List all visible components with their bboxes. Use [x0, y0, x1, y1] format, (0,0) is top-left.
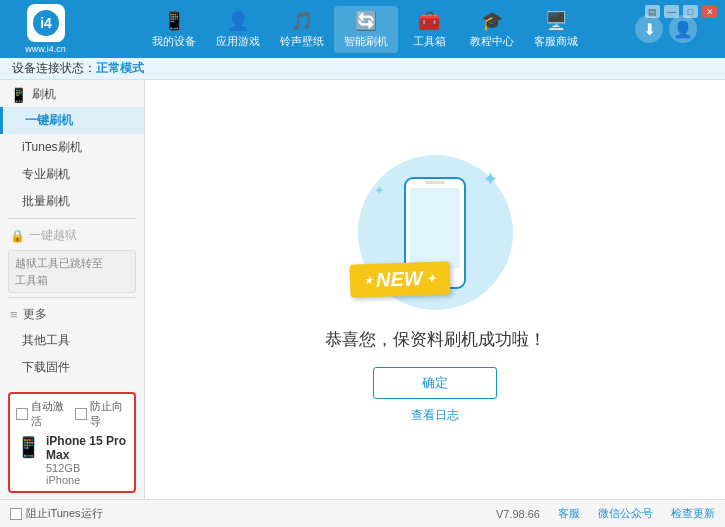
sidebar-section-flash: 📱 刷机 [0, 80, 144, 107]
smart-flash-label: 智能刷机 [344, 34, 388, 49]
tutorial-icon: 🎓 [481, 10, 503, 32]
nav-service[interactable]: 🖥️ 客服商城 [524, 6, 588, 53]
sidebar: 📱 刷机 一键刷机 iTunes刷机 专业刷机 批量刷机 🔒 一键越狱 越狱工具… [0, 80, 145, 499]
more-section-label: 更多 [23, 306, 47, 323]
device-type: iPhone [46, 474, 128, 486]
svg-rect-3 [410, 188, 460, 268]
nav-my-device[interactable]: 📱 我的设备 [142, 6, 206, 53]
device-bottom-panel: 自动激活 防止向导 📱 iPhone 15 Pro Max 512GB iPho… [0, 386, 144, 499]
topbar-right-buttons: ⬇ 👤 [635, 15, 697, 43]
my-device-label: 我的设备 [152, 34, 196, 49]
star-right-icon: ✦ [425, 271, 435, 285]
smart-flash-icon: 🔄 [355, 10, 377, 32]
device-auto-row: 自动激活 防止向导 [16, 399, 128, 429]
check-update-link[interactable]: 检查更新 [671, 506, 715, 521]
jailbreak-section-label: 一键越狱 [29, 227, 77, 244]
star-left-icon: ★ [363, 275, 372, 286]
sparkle-left-icon: ✦ [374, 183, 385, 198]
nav-toolbox[interactable]: 🧰 工具箱 [398, 6, 460, 53]
device-phone-icon: 📱 [16, 435, 41, 459]
wifi-icon: ▤ [645, 5, 660, 18]
device-info: 📱 iPhone 15 Pro Max 512GB iPhone [16, 434, 128, 486]
confirm-button[interactable]: 确定 [373, 367, 497, 399]
auto-activate-label[interactable]: 自动激活 [16, 399, 69, 429]
wechat-link[interactable]: 微信公众号 [598, 506, 653, 521]
nav-tutorial[interactable]: 🎓 教程中心 [460, 6, 524, 53]
toolbox-icon: 🧰 [418, 10, 440, 32]
app-game-icon: 👤 [227, 10, 249, 32]
version-label: V7.98.66 [496, 508, 540, 520]
window-controls: ▤ — □ ✕ [645, 5, 717, 18]
bottom-right: V7.98.66 客服 微信公众号 检查更新 [496, 506, 715, 521]
itunes-label: 阻止iTunes运行 [26, 506, 103, 521]
support-link[interactable]: 客服 [558, 506, 580, 521]
download-button[interactable]: ⬇ [635, 15, 663, 43]
service-label: 客服商城 [534, 34, 578, 49]
success-illustration: ✦ ✦ ★ NEW ✦ [358, 155, 513, 310]
sidebar-item-itunes-flash[interactable]: iTunes刷机 [0, 134, 144, 161]
success-message: 恭喜您，保资料刷机成功啦！ [325, 328, 546, 351]
device-storage: 512GB [46, 462, 128, 474]
main-layout: 📱 刷机 一键刷机 iTunes刷机 专业刷机 批量刷机 🔒 一键越狱 越狱工具… [0, 80, 725, 499]
itunes-check-label[interactable]: 阻止iTunes运行 [10, 506, 103, 521]
bottombar: 阻止iTunes运行 V7.98.66 客服 微信公众号 检查更新 [0, 499, 725, 527]
itunes-checkbox[interactable] [10, 508, 22, 520]
sparkle-top-icon: ✦ [482, 167, 499, 191]
toolbox-label: 工具箱 [413, 34, 446, 49]
svg-rect-5 [425, 181, 445, 184]
minimize-button[interactable]: — [664, 5, 679, 18]
logo-text: www.i4.cn [25, 44, 66, 54]
statusbar-prefix: 设备连接状态： [12, 60, 96, 77]
sidebar-scroll: 📱 刷机 一键刷机 iTunes刷机 专业刷机 批量刷机 🔒 一键越狱 越狱工具… [0, 80, 144, 386]
content-area: ✦ ✦ ★ NEW ✦ 恭喜您，保资料刷机成功啦！ 确定 [145, 80, 725, 499]
sidebar-section-more: ≡ 更多 [0, 301, 144, 327]
timing-guide-label[interactable]: 防止向导 [75, 399, 128, 429]
timing-guide-checkbox[interactable] [75, 408, 87, 420]
maximize-button[interactable]: □ [683, 5, 698, 18]
sidebar-item-pro-flash[interactable]: 专业刷机 [0, 161, 144, 188]
device-name: iPhone 15 Pro Max [46, 434, 128, 462]
jailbreak-note: 越狱工具已跳转至工具箱 [8, 250, 136, 293]
nav-app-game[interactable]: 👤 应用游戏 [206, 6, 270, 53]
flash-section-icon: 📱 [10, 87, 27, 103]
app-game-label: 应用游戏 [216, 34, 260, 49]
divider-1 [8, 218, 136, 219]
sidebar-item-batch-flash[interactable]: 批量刷机 [0, 188, 144, 215]
service-icon: 🖥️ [545, 10, 567, 32]
sidebar-item-other-tools[interactable]: 其他工具 [0, 327, 144, 354]
nav-smart-flash[interactable]: 🔄 智能刷机 [334, 6, 398, 53]
logo-icon: i4 [27, 4, 65, 42]
device-details: iPhone 15 Pro Max 512GB iPhone [46, 434, 128, 486]
nav-ringtone[interactable]: 🎵 铃声壁纸 [270, 6, 334, 53]
lock-icon: 🔒 [10, 229, 25, 243]
statusbar: 设备连接状态： 正常模式 [0, 58, 725, 80]
tutorial-label: 教程中心 [470, 34, 514, 49]
flash-section-label: 刷机 [32, 86, 56, 103]
svg-text:i4: i4 [40, 15, 52, 31]
close-button[interactable]: ✕ [702, 5, 717, 18]
divider-2 [8, 297, 136, 298]
my-device-icon: 📱 [163, 10, 185, 32]
new-badge: ★ NEW ✦ [349, 261, 450, 297]
phone-circle: ✦ ✦ ★ NEW ✦ [358, 155, 513, 310]
sidebar-item-onekey-flash[interactable]: 一键刷机 [0, 107, 144, 134]
ringtone-icon: 🎵 [291, 10, 313, 32]
log-link[interactable]: 查看日志 [411, 407, 459, 424]
user-button[interactable]: 👤 [669, 15, 697, 43]
statusbar-status: 正常模式 [96, 60, 144, 77]
ringtone-label: 铃声壁纸 [280, 34, 324, 49]
auto-activate-checkbox[interactable] [16, 408, 28, 420]
sidebar-section-jailbreak: 🔒 一键越狱 [0, 222, 144, 248]
nav-bar: 📱 我的设备 👤 应用游戏 🎵 铃声壁纸 🔄 智能刷机 🧰 工具箱 🎓 教程中心… [95, 6, 635, 53]
device-panel: 自动激活 防止向导 📱 iPhone 15 Pro Max 512GB iPho… [8, 392, 136, 493]
topbar: ▤ — □ ✕ i4 www.i4.cn 📱 我的设备 👤 应用游戏 🎵 铃声壁… [0, 0, 725, 58]
sidebar-item-download-firmware[interactable]: 下载固件 [0, 354, 144, 381]
more-section-icon: ≡ [10, 307, 18, 322]
logo-area: i4 www.i4.cn [8, 4, 83, 54]
